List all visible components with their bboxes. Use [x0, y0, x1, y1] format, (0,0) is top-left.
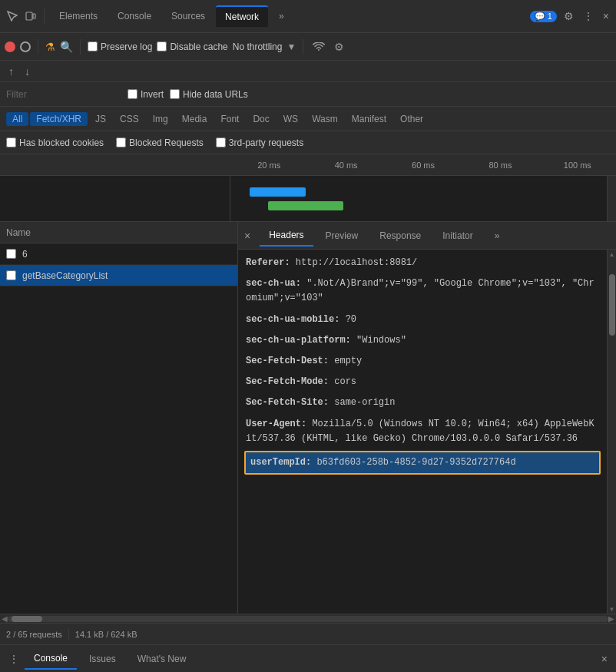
- search-icon[interactable]: 🔍: [60, 41, 73, 53]
- invert-checkbox[interactable]: Invert: [128, 89, 164, 100]
- hide-data-urls-checkbox[interactable]: Hide data URLs: [170, 89, 248, 100]
- notification-badge[interactable]: 💬 1: [530, 11, 557, 22]
- devtools-right-icons: 💬 1 ⚙ ⋮ ×: [530, 8, 611, 25]
- svg-rect-0: [26, 12, 32, 20]
- throttle-dropdown-icon[interactable]: ▼: [286, 41, 296, 52]
- request-item-getcategorylist[interactable]: getBaseCategoryList: [0, 265, 237, 286]
- request-checkbox-6[interactable]: [6, 249, 16, 259]
- tab-network[interactable]: Network: [216, 5, 268, 27]
- devtools-tabs: Elements Console Sources Network »: [50, 5, 293, 27]
- type-btn-other[interactable]: Other: [394, 112, 429, 126]
- upload-icon[interactable]: ↑: [6, 63, 16, 80]
- request-checkbox-getcategorylist[interactable]: [6, 270, 16, 280]
- close-panel-icon[interactable]: ×: [244, 230, 250, 242]
- tab-sources[interactable]: Sources: [162, 6, 214, 26]
- type-btn-doc[interactable]: Doc: [247, 112, 275, 126]
- network-settings-icon[interactable]: ⚙: [332, 38, 346, 55]
- panel-content: Referer: http://localhost:8081/ sec-ch-u…: [238, 250, 607, 614]
- has-blocked-cookies-checkbox[interactable]: Has blocked cookies: [6, 137, 104, 148]
- tab-response[interactable]: Response: [370, 226, 430, 246]
- third-party-input[interactable]: [216, 137, 226, 147]
- request-list[interactable]: 6 getBaseCategoryList: [0, 243, 237, 614]
- scroll-down-arrow[interactable]: ▼: [608, 604, 616, 614]
- tab-more[interactable]: »: [270, 6, 293, 26]
- type-btn-manifest[interactable]: Manifest: [346, 112, 392, 126]
- badge-count: 1: [548, 12, 552, 21]
- type-filter-row: All Fetch/XHR JS CSS Img Media Font Doc …: [0, 107, 616, 131]
- close-bottom-panel-icon[interactable]: ×: [599, 650, 610, 667]
- filter-input[interactable]: [6, 89, 121, 100]
- disable-cache-checkbox[interactable]: Disable cache: [157, 41, 227, 52]
- type-btn-js[interactable]: JS: [89, 112, 112, 126]
- scroll-track[interactable]: [608, 259, 616, 604]
- third-party-checkbox[interactable]: 3rd-party requests: [216, 137, 303, 148]
- blocked-requests-input[interactable]: [116, 137, 126, 147]
- blocked-requests-checkbox[interactable]: Blocked Requests: [116, 137, 204, 148]
- upload-download-row: ↑ ↓: [0, 61, 616, 82]
- filter-icon[interactable]: ⚗: [45, 41, 55, 53]
- type-btn-wasm[interactable]: Wasm: [306, 112, 344, 126]
- type-btn-font[interactable]: Font: [214, 112, 245, 126]
- time-marker-5: 100 ms: [539, 161, 616, 170]
- bottom-tab-whats-new[interactable]: What's New: [128, 649, 196, 669]
- select-element-icon[interactable]: [5, 8, 20, 24]
- request-name-6: 6: [22, 249, 28, 260]
- disable-cache-input[interactable]: [157, 41, 167, 51]
- device-toggle-icon[interactable]: [23, 8, 38, 24]
- header-row-sec-ch-ua-platform: sec-ch-ua-platform: "Windows": [244, 330, 601, 351]
- invert-input[interactable]: [128, 89, 137, 99]
- type-btn-media[interactable]: Media: [176, 112, 214, 126]
- checkbox-filter-row: Has blocked cookies Blocked Requests 3rd…: [0, 131, 616, 154]
- header-row-user-agent: User-Agent: Mozilla/5.0 (Windows NT 10.0…: [244, 414, 601, 449]
- horizontal-scrollbar[interactable]: ◀ ▶: [0, 614, 616, 623]
- close-devtools-icon[interactable]: ×: [601, 8, 611, 25]
- toolbar-separator-3: [80, 39, 81, 55]
- more-options-icon[interactable]: ⋮: [581, 8, 596, 25]
- tab-initiator[interactable]: Initiator: [433, 226, 482, 246]
- has-blocked-cookies-input[interactable]: [6, 137, 16, 147]
- request-item-6[interactable]: 6: [0, 243, 237, 265]
- svg-rect-1: [33, 14, 35, 18]
- h-scroll-track[interactable]: [8, 616, 608, 622]
- scroll-up-arrow[interactable]: ▲: [608, 250, 616, 259]
- name-column-header: Name: [6, 227, 31, 238]
- type-btn-all[interactable]: All: [6, 112, 28, 126]
- bottom-tab-console[interactable]: Console: [25, 648, 77, 670]
- download-icon[interactable]: ↓: [22, 63, 32, 80]
- scroll-thumb[interactable]: [609, 274, 615, 336]
- tab-more-panel[interactable]: »: [485, 226, 509, 246]
- header-row-sec-fetch-site: Sec-Fetch-Site: same-origin: [244, 392, 601, 413]
- status-separator: [68, 629, 69, 640]
- type-btn-css[interactable]: CSS: [114, 112, 145, 126]
- time-marker-4: 80 ms: [462, 161, 538, 170]
- stop-button[interactable]: [20, 41, 31, 52]
- vertical-scrollbar[interactable]: ▲ ▼: [607, 250, 616, 614]
- type-btn-fetch-xhr[interactable]: Fetch/XHR: [30, 112, 88, 126]
- wifi-icon[interactable]: [310, 40, 327, 54]
- scroll-right-arrow[interactable]: ▶: [608, 614, 614, 623]
- request-list-header: Name: [0, 222, 237, 243]
- scroll-left-arrow[interactable]: ◀: [2, 614, 8, 623]
- preserve-log-input[interactable]: [88, 41, 98, 51]
- header-row-sec-fetch-dest: Sec-Fetch-Dest: empty: [244, 351, 601, 372]
- type-btn-img[interactable]: Img: [147, 112, 174, 126]
- preserve-log-checkbox[interactable]: Preserve log: [88, 41, 152, 52]
- hide-data-urls-input[interactable]: [170, 89, 180, 99]
- tab-headers[interactable]: Headers: [260, 225, 313, 247]
- tab-elements[interactable]: Elements: [50, 6, 107, 26]
- record-button[interactable]: [5, 41, 15, 52]
- header-row-user-temp-id: userTempId: b63fd603-258b-4852-9d27-9352…: [244, 451, 601, 475]
- panel-scroll-area: Referer: http://localhost:8081/ sec-ch-u…: [238, 250, 616, 614]
- timeline-bars: [0, 176, 616, 222]
- type-btn-ws[interactable]: WS: [277, 112, 304, 126]
- bottom-tab-issues[interactable]: Issues: [80, 649, 125, 669]
- request-name-getcategorylist: getBaseCategoryList: [22, 270, 108, 281]
- h-scroll-thumb[interactable]: [12, 616, 42, 622]
- settings-icon[interactable]: ⚙: [561, 8, 576, 25]
- transfer-size: 14.1 kB / 624 kB: [75, 630, 137, 639]
- tab-preview[interactable]: Preview: [316, 226, 368, 246]
- bottom-more-icon[interactable]: ⋮: [6, 650, 22, 667]
- tab-console[interactable]: Console: [108, 6, 161, 26]
- timeline-header: 20 ms 40 ms 60 ms 80 ms 100 ms: [0, 154, 616, 176]
- panel-tabs: × Headers Preview Response Initiator »: [238, 222, 616, 250]
